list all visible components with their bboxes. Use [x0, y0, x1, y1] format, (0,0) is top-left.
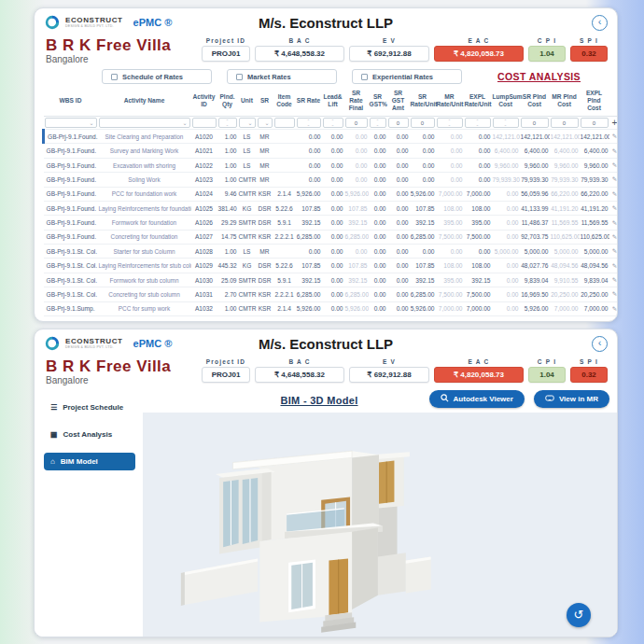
- filter-wbs-id[interactable]: ⌄: [44, 117, 98, 130]
- edit-row-icon[interactable]: ✎: [609, 130, 619, 144]
- table-row[interactable]: GB-Prj-9.1.Found.Soling WorkA10231.00CMT…: [44, 173, 619, 187]
- stepper-icon[interactable]: ⌃⌄: [476, 119, 479, 126]
- table-row[interactable]: GB-Prj-9.1.Found.Site Clearing and Prepa…: [44, 130, 619, 144]
- filter-dropdown[interactable]: ⌄: [258, 118, 273, 128]
- stepper-icon[interactable]: ⌃⌄: [376, 119, 379, 126]
- table-row[interactable]: GB-Prj-9.1.Found.Survey and Marking Work…: [44, 144, 619, 158]
- filter-mr-rate/unit[interactable]: ⌃⌄: [436, 117, 464, 130]
- column-header[interactable]: SR: [257, 87, 273, 116]
- edit-row-icon[interactable]: ✎: [609, 245, 619, 259]
- table-row[interactable]: GB-Prj-9.1.Found.Excavation with shoring…: [44, 158, 619, 172]
- bim-viewport[interactable]: ↺: [143, 413, 617, 637]
- filter-input[interactable]: 0: [411, 118, 435, 128]
- filter-dropdown[interactable]: ⌄: [99, 118, 190, 128]
- filter-dropdown[interactable]: ⌄: [239, 118, 256, 128]
- bim-3d-model[interactable]: [143, 413, 617, 637]
- column-header[interactable]: Lead& Lift: [322, 87, 344, 116]
- filter-lumpsum-cost[interactable]: ⌃⌄: [492, 117, 520, 130]
- edit-row-icon[interactable]: ✎: [609, 144, 619, 158]
- filter-sr-rate/unit[interactable]: 0: [410, 117, 436, 130]
- filter-mr-plnd-cost[interactable]: 0: [550, 117, 580, 130]
- column-header[interactable]: SR GST%: [369, 87, 387, 116]
- filter-input[interactable]: 0: [388, 118, 409, 128]
- filter-item-code[interactable]: [273, 117, 296, 130]
- column-header[interactable]: Activity ID: [191, 87, 217, 116]
- filter-sr-gst%[interactable]: ⌃⌄: [369, 117, 387, 130]
- filter-sr-gst-amt[interactable]: 0: [387, 117, 410, 130]
- column-header[interactable]: MR Rate/Unit: [436, 87, 464, 116]
- stepper-icon[interactable]: ⌃⌄: [504, 119, 507, 126]
- checkbox-icon[interactable]: [236, 74, 243, 80]
- table-row[interactable]: GB-Prj-9.1.St. Col.Formwork for stub col…: [44, 273, 619, 287]
- column-header[interactable]: MR Plnd Cost: [550, 87, 580, 116]
- stepper-icon[interactable]: ⌃⌄: [448, 119, 451, 126]
- filter-expl-plnd-cost[interactable]: 0: [580, 117, 609, 130]
- collapse-button[interactable]: ‹: [592, 336, 608, 352]
- filter-spinner[interactable]: ⌃⌄: [370, 118, 386, 128]
- table-row[interactable]: GB-Prj-9.1.Sump.PCC for sump workA10321.…: [44, 301, 619, 315]
- filter-input[interactable]: 0: [521, 118, 549, 128]
- edit-row-icon[interactable]: ✎: [609, 201, 619, 215]
- table-row[interactable]: GB-Prj-9.1.Found.Formwork for foundation…: [44, 216, 619, 230]
- column-header[interactable]: EXPL Plnd Cost: [580, 87, 609, 116]
- filter-dropdown[interactable]: ⌄: [45, 118, 97, 128]
- filter-spinner[interactable]: ⌃⌄: [437, 118, 463, 128]
- sidebar-item-bim-model[interactable]: ⌂BIM Model: [44, 453, 135, 470]
- sidebar-item-project-schedule[interactable]: ☰Project Schedule: [44, 399, 135, 416]
- column-header[interactable]: LumpSum Cost: [492, 87, 520, 116]
- table-row[interactable]: GB-Prj-9.1.Found.Concreting for foundati…: [44, 230, 619, 244]
- filter-input[interactable]: [274, 118, 295, 128]
- chip-schedule-of-rates[interactable]: Schedule of Rates: [102, 69, 212, 84]
- stepper-icon[interactable]: ⌃⌄: [307, 119, 310, 126]
- column-header[interactable]: SR Rate/Unit: [410, 87, 436, 116]
- table-row[interactable]: GB-Prj-9.1.St. Col.Concreting for stub c…: [44, 287, 619, 301]
- edit-row-icon[interactable]: ✎: [609, 187, 619, 201]
- sidebar-item-cost-analysis[interactable]: ▦Cost Analysis: [44, 426, 135, 443]
- filter-input[interactable]: 0: [345, 118, 368, 128]
- filter-sr[interactable]: ⌄: [257, 117, 273, 130]
- filter-spinner[interactable]: ⌃⌄: [323, 118, 343, 128]
- column-header[interactable]: SR Rate Final: [344, 87, 369, 116]
- table-row[interactable]: GB-Prj-9.1.Found.Laying Reinforcements f…: [44, 201, 619, 215]
- filter-sr-plnd-cost[interactable]: 0: [520, 117, 550, 130]
- checkbox-icon[interactable]: [111, 74, 118, 80]
- filter-spinner[interactable]: ⌃⌄: [297, 118, 321, 128]
- collapse-button[interactable]: ‹: [592, 15, 608, 31]
- view-in-mr-button[interactable]: View in MR: [534, 390, 609, 408]
- stepper-icon[interactable]: ⌃⌄: [226, 119, 229, 126]
- table-row[interactable]: GB-Prj-9.1.Found.PCC for foundation work…: [44, 187, 619, 201]
- edit-row-icon[interactable]: ✎: [609, 301, 619, 315]
- filter-input[interactable]: [192, 118, 217, 128]
- filter-spinner[interactable]: ⌃⌄: [493, 118, 519, 128]
- stepper-icon[interactable]: ⌃⌄: [331, 119, 334, 126]
- column-header[interactable]: Unit: [238, 87, 257, 116]
- filter-activity-id[interactable]: [191, 117, 217, 130]
- filter-activity-name[interactable]: ⌄: [98, 117, 191, 130]
- column-header[interactable]: EXPL Rate/Unit: [464, 87, 492, 116]
- chip-market-rates[interactable]: Market Rates: [227, 69, 337, 84]
- table-row[interactable]: GB-Prj-9.1.St. Col.Starter for stub Colu…: [44, 245, 619, 259]
- filter-input[interactable]: 0: [551, 118, 579, 128]
- column-header[interactable]: SR Plnd Cost: [520, 87, 550, 116]
- edit-row-icon[interactable]: ✎: [609, 173, 619, 187]
- chip-experiential-rates[interactable]: Experiential Rates: [352, 69, 462, 84]
- edit-row-icon[interactable]: ✎: [609, 230, 619, 244]
- column-header[interactable]: Activity Name: [98, 87, 191, 116]
- table-row[interactable]: GB-Prj-9.1.St. Col.Laying Reinforcements…: [44, 259, 619, 273]
- checkbox-icon[interactable]: [361, 74, 368, 80]
- edit-row-icon[interactable]: ✎: [609, 259, 619, 273]
- edit-row-icon[interactable]: ✎: [609, 216, 619, 230]
- filter-spinner[interactable]: ⌃⌄: [465, 118, 491, 128]
- edit-row-icon[interactable]: ✎: [609, 158, 619, 172]
- filter-plnd.-qty[interactable]: ⌃⌄: [217, 117, 238, 130]
- filter-lead&-lift[interactable]: ⌃⌄: [322, 117, 344, 130]
- column-header[interactable]: SR GST Amt: [387, 87, 410, 116]
- autodesk-viewer-button[interactable]: Autodesk Viewer: [429, 390, 525, 408]
- add-row-button[interactable]: +: [609, 117, 619, 130]
- edit-row-icon[interactable]: ✎: [609, 273, 619, 287]
- filter-input[interactable]: 0: [581, 118, 609, 128]
- column-header[interactable]: Item Code: [273, 87, 296, 116]
- filter-sr-rate[interactable]: ⌃⌄: [296, 117, 322, 130]
- edit-row-icon[interactable]: ✎: [609, 287, 619, 301]
- filter-expl-rate/unit[interactable]: ⌃⌄: [464, 117, 492, 130]
